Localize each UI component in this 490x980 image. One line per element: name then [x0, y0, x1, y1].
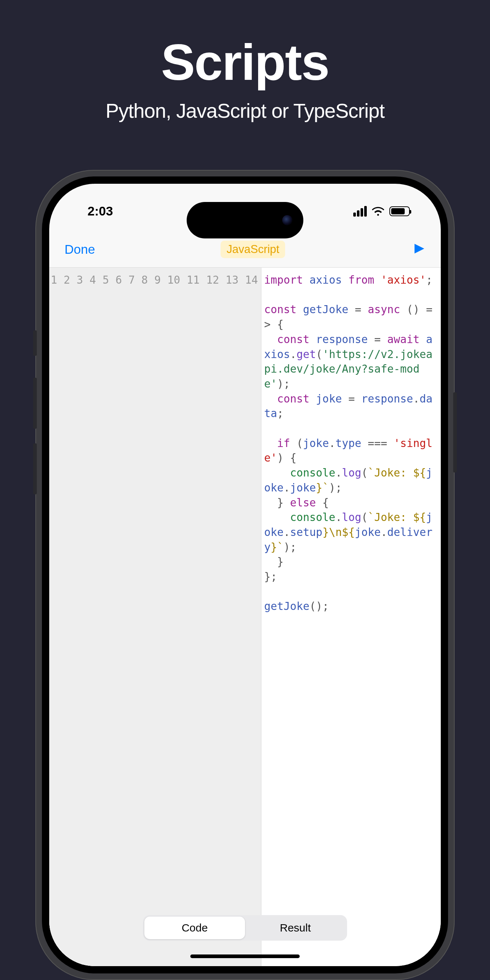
power-button — [453, 392, 457, 473]
code-editor[interactable]: 1 2 3 4 5 6 7 8 9 10 11 12 13 14 import … — [49, 267, 441, 966]
done-button[interactable]: Done — [65, 242, 95, 257]
dynamic-island — [187, 202, 303, 239]
hero-title: Scripts — [106, 33, 385, 92]
phone-frame: 2:03 Done JavaScript 1 2 3 4 5 6 7 8 9 1… — [35, 170, 455, 980]
run-button[interactable] — [411, 241, 425, 258]
code-content[interactable]: import axios from 'axios'; const getJoke… — [261, 267, 441, 966]
play-icon — [411, 241, 425, 256]
hero-subtitle: Python, JavaScript or TypeScript — [106, 99, 385, 123]
volume-up-button — [33, 378, 37, 429]
volume-down-button — [33, 443, 37, 495]
line-gutter: 1 2 3 4 5 6 7 8 9 10 11 12 13 14 — [49, 267, 261, 966]
wifi-icon — [372, 206, 384, 216]
camera-icon — [282, 215, 293, 225]
cellular-icon — [353, 206, 367, 216]
tab-code[interactable]: Code — [145, 916, 245, 939]
status-time: 2:03 — [73, 204, 113, 218]
battery-icon — [390, 206, 410, 216]
language-badge[interactable]: JavaScript — [221, 240, 285, 258]
home-indicator[interactable] — [190, 955, 300, 958]
mute-switch — [33, 330, 37, 356]
code-result-segmented[interactable]: Code Result — [143, 915, 347, 940]
tab-result[interactable]: Result — [245, 916, 345, 939]
